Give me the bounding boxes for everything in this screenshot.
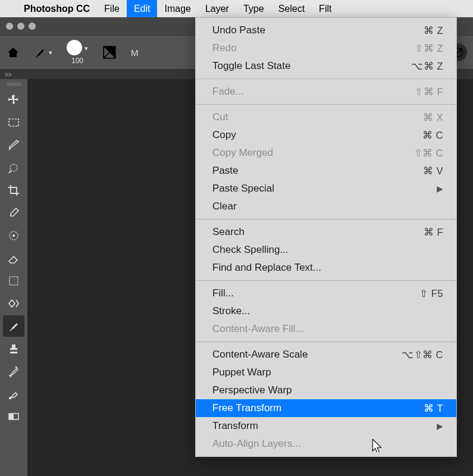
menu-item-redo: Redo⇧⌘ Z <box>196 39 456 57</box>
menu-item-cut: Cut⌘ X <box>196 108 456 126</box>
tool-eyedrop[interactable] <box>3 202 24 224</box>
menu-item-transform[interactable]: Transform▶ <box>196 417 456 435</box>
menu-item-label: Auto-Align Layers... <box>212 438 300 450</box>
menu-item-label: Fill... <box>212 287 234 299</box>
tool-crop[interactable] <box>3 180 24 201</box>
menubar-item-file[interactable]: File <box>97 0 127 17</box>
menu-item-label: Redo <box>212 42 237 54</box>
brush-preview-icon <box>67 40 82 55</box>
menu-item-shortcut: ⇧ F5 <box>419 288 443 299</box>
menu-item-shortcut: ⌘ Z <box>424 25 443 36</box>
panel-grip[interactable] <box>7 83 21 86</box>
menu-item-shortcut: ⌘ V <box>423 165 443 177</box>
menu-item-toggle-last-state[interactable]: Toggle Last State⌥⌘ Z <box>196 57 456 75</box>
menubar-item-type[interactable]: Type <box>236 0 271 17</box>
menubar-item-edit[interactable]: Edit <box>127 0 158 17</box>
menu-item-copy-merged: Copy Merged⇧⌘ C <box>196 144 456 162</box>
menu-item-check-spelling[interactable]: Check Spelling... <box>196 241 456 259</box>
menu-item-fade: Fade...⇧⌘ F <box>196 83 456 101</box>
tool-mix[interactable] <box>3 383 24 405</box>
tool-marquee[interactable] <box>3 112 24 133</box>
menu-item-shortcut: ⇧⌘ C <box>414 148 444 159</box>
tool-patch[interactable] <box>3 270 24 292</box>
menu-item-content-aware-fill: Content-Aware Fill... <box>196 320 456 338</box>
menu-item-shortcut: ⌘ C <box>422 130 443 141</box>
menu-item-free-transform[interactable]: Free Transform⌘ T <box>196 399 456 417</box>
tool-grad[interactable] <box>3 406 24 427</box>
menu-item-label: Fade... <box>212 86 244 98</box>
tool-dodge[interactable] <box>3 293 24 314</box>
menu-separator <box>196 219 456 220</box>
menu-separator <box>196 79 456 79</box>
tool-brush[interactable] <box>3 315 24 337</box>
menu-item-find-and-replace-text[interactable]: Find and Replace Text... <box>196 259 456 277</box>
menu-item-shortcut: ⇧⌘ F <box>415 86 443 98</box>
menu-item-auto-align-layers: Auto-Align Layers... <box>196 435 456 453</box>
window-zoom-button[interactable] <box>29 23 36 30</box>
tool-lasso[interactable] <box>3 134 24 156</box>
tool-spot[interactable] <box>3 225 24 246</box>
menu-item-label: Stroke... <box>212 305 250 317</box>
brush-panel-toggle[interactable] <box>102 45 117 60</box>
menu-item-perspective-warp[interactable]: Perspective Warp <box>196 381 456 399</box>
menu-item-stroke[interactable]: Stroke... <box>196 302 456 320</box>
menu-item-label: Clear <box>212 201 237 212</box>
menu-item-shortcut: ⌥⌘ Z <box>411 61 443 72</box>
mode-label-letter: M <box>131 48 139 58</box>
menu-separator <box>196 104 456 105</box>
menu-item-clear[interactable]: Clear <box>196 198 456 215</box>
menu-item-undo-paste[interactable]: Undo Paste⌘ Z <box>196 21 456 39</box>
tool-hist[interactable] <box>3 361 24 382</box>
chevron-down-icon: ▾ <box>49 49 52 57</box>
submenu-arrow-icon: ▶ <box>437 421 443 431</box>
window-close-button[interactable] <box>6 23 13 30</box>
menu-item-shortcut: ⌘ X <box>423 112 443 123</box>
menu-separator <box>196 342 456 342</box>
menu-item-label: Content-Aware Fill... <box>212 323 304 335</box>
mac-menubar: Photoshop CC FileEditImageLayerTypeSelec… <box>0 0 473 17</box>
menu-item-label: Perspective Warp <box>212 384 292 396</box>
tools-panel <box>0 79 28 476</box>
menu-item-shortcut: ⌥⇧⌘ C <box>402 349 443 361</box>
home-button[interactable] <box>6 46 19 59</box>
menu-item-shortcut: ⌘ T <box>424 403 443 414</box>
brush-size-label: 100 <box>71 57 83 65</box>
menu-item-content-aware-scale[interactable]: Content-Aware Scale⌥⇧⌘ C <box>196 346 456 364</box>
tool-eraser[interactable] <box>3 248 24 269</box>
menubar-item-layer[interactable]: Layer <box>198 0 236 17</box>
menu-item-label: Paste Special <box>212 183 274 195</box>
menu-item-label: Transform <box>212 420 258 432</box>
window-minimize-button[interactable] <box>17 23 24 30</box>
submenu-arrow-icon: ▶ <box>437 184 443 193</box>
menu-item-label: Check Spelling... <box>212 244 289 256</box>
menubar-item-image[interactable]: Image <box>157 0 198 17</box>
tool-stamp[interactable] <box>3 338 24 359</box>
menu-item-label: Cut <box>212 111 228 123</box>
menu-item-copy[interactable]: Copy⌘ C <box>196 126 456 144</box>
menubar-item-select[interactable]: Select <box>271 0 312 17</box>
menu-item-label: Copy Merged <box>212 147 273 159</box>
menu-item-label: Find and Replace Text... <box>212 262 321 274</box>
brush-preset-picker[interactable]: ▾ 100 <box>67 40 88 65</box>
menu-separator <box>196 280 456 281</box>
menu-item-label: Paste <box>212 165 238 177</box>
menu-item-label: Search <box>212 226 245 238</box>
menu-item-puppet-warp[interactable]: Puppet Warp <box>196 364 456 381</box>
menu-item-label: Free Transform <box>212 402 281 414</box>
tool-preset-picker[interactable]: ▾ <box>33 46 52 59</box>
tool-move[interactable] <box>3 89 24 111</box>
menu-item-label: Puppet Warp <box>212 367 271 378</box>
menu-item-search[interactable]: Search⌘ F <box>196 223 456 241</box>
menu-item-shortcut: ⇧⌘ Z <box>415 43 443 54</box>
tab-overflow-chevrons[interactable]: >> <box>5 71 12 78</box>
menu-item-fill[interactable]: Fill...⇧ F5 <box>196 284 456 302</box>
menubar-app-name[interactable]: Photoshop CC <box>17 0 97 17</box>
menu-item-paste-special[interactable]: Paste Special▶ <box>196 180 456 198</box>
tool-magic[interactable] <box>3 157 24 178</box>
menu-item-label: Undo Paste <box>212 24 265 36</box>
menu-item-label: Copy <box>212 129 236 141</box>
menubar-item-filt[interactable]: Filt <box>312 0 339 17</box>
chevron-down-icon: ▾ <box>84 45 88 52</box>
menu-item-shortcut: ⌘ F <box>424 227 443 238</box>
menu-item-paste[interactable]: Paste⌘ V <box>196 162 456 180</box>
